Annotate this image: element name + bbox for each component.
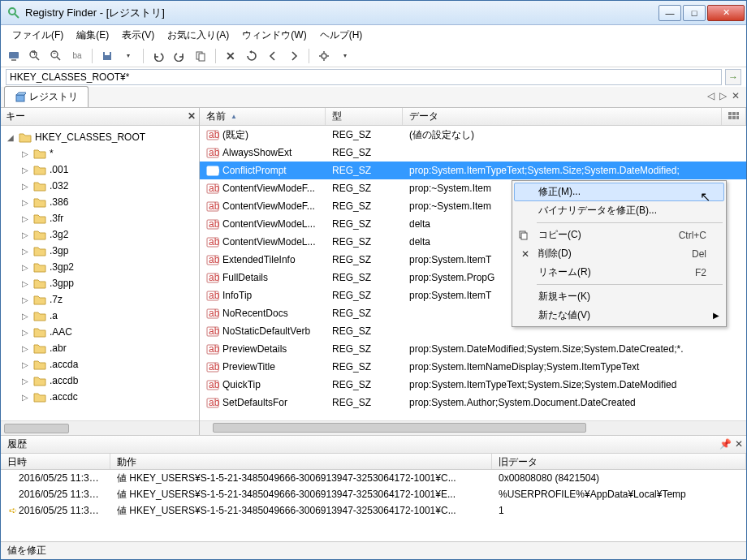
col-viewmode[interactable] bbox=[722, 108, 746, 125]
tree-item[interactable]: ▷.3gp2 bbox=[2, 259, 197, 275]
tool-undo-icon[interactable] bbox=[150, 48, 166, 64]
col-data[interactable]: データ bbox=[403, 108, 722, 125]
tab-next-icon[interactable]: ▷ bbox=[718, 90, 728, 101]
tree-item[interactable]: ▷.3gpp bbox=[2, 275, 197, 291]
tree-item[interactable]: ▷.001 bbox=[2, 162, 197, 178]
ctx-delete[interactable]: ✕削除(D)Del bbox=[514, 244, 724, 263]
tree-expand-icon[interactable]: ▷ bbox=[20, 182, 30, 191]
tool-nav-left-icon[interactable] bbox=[265, 48, 281, 64]
col-type[interactable]: 型 bbox=[326, 108, 403, 125]
hist-col-action[interactable]: 動作 bbox=[110, 454, 492, 469]
tree-expand-icon[interactable]: ▷ bbox=[20, 230, 30, 239]
tool-nav-right-icon[interactable] bbox=[286, 48, 302, 64]
menu-edit[interactable]: 編集(E) bbox=[70, 26, 115, 45]
tree-item[interactable]: ▷.accda bbox=[2, 356, 197, 373]
tree-expand-icon[interactable]: ▷ bbox=[20, 263, 30, 272]
ctx-rename[interactable]: リネーム(R)F2 bbox=[514, 263, 724, 282]
tool-refresh-icon[interactable] bbox=[244, 48, 260, 64]
menu-file[interactable]: ファイル(F) bbox=[6, 26, 70, 45]
tree[interactable]: ◢ HKEY_CLASSES_ROOT ▷*▷.001▷.032▷.386▷.3… bbox=[1, 126, 199, 420]
scroll-thumb[interactable] bbox=[213, 423, 586, 433]
tree-item[interactable]: ▷.AAC bbox=[2, 324, 197, 340]
tool-zoom-out-icon[interactable]: - bbox=[48, 48, 64, 64]
titlebar[interactable]: Registry Finder - [レジストリ] — □ ✕ bbox=[1, 1, 746, 25]
tool-computer-icon[interactable] bbox=[6, 48, 22, 64]
tool-save-icon[interactable] bbox=[99, 48, 115, 64]
history-body[interactable]: 2016/05/25 11:35:51値 HKEY_USERS¥S-1-5-21… bbox=[1, 470, 746, 541]
menu-help[interactable]: ヘルプ(H) bbox=[313, 26, 369, 45]
tree-expand-icon[interactable]: ▷ bbox=[20, 198, 30, 207]
tree-expand-icon[interactable]: ▷ bbox=[20, 360, 30, 369]
table-row[interactable]: abPreviewDetailsREG_SZprop:System.DateMo… bbox=[200, 340, 746, 358]
tree-item[interactable]: ▷.accdb bbox=[2, 373, 197, 389]
tab-prev-icon[interactable]: ◁ bbox=[706, 90, 716, 101]
history-close-icon[interactable]: ✕ bbox=[735, 438, 743, 450]
tree-expand-icon[interactable]: ▷ bbox=[20, 393, 30, 402]
tree-item[interactable]: ▷.accdc bbox=[2, 389, 197, 405]
tree-item[interactable]: ▷.7z bbox=[2, 291, 197, 308]
history-row[interactable]: 2016/05/25 11:35:51値 HKEY_USERS¥S-1-5-21… bbox=[1, 470, 746, 486]
ctx-new-value[interactable]: 新たな値(V)▶ bbox=[514, 306, 724, 325]
table-row[interactable]: abAlwaysShowExtREG_SZ bbox=[200, 144, 746, 162]
tree-expand-icon[interactable]: ▷ bbox=[20, 247, 30, 256]
tree-item[interactable]: ▷.386 bbox=[2, 194, 197, 210]
tree-item[interactable]: ▷.032 bbox=[2, 178, 197, 194]
col-name[interactable]: 名前▲ bbox=[200, 108, 326, 125]
tree-expand-icon[interactable]: ▷ bbox=[20, 344, 30, 353]
address-go-button[interactable]: → bbox=[725, 69, 741, 85]
tree-expand-icon[interactable]: ▷ bbox=[20, 312, 30, 321]
tool-settings-icon[interactable] bbox=[316, 48, 332, 64]
tree-expand-icon[interactable]: ▷ bbox=[20, 279, 30, 288]
ctx-modify-binary[interactable]: バイナリデータを修正(B)... bbox=[514, 201, 724, 220]
tool-delete-icon[interactable]: ✕ bbox=[222, 48, 239, 64]
tree-expand-icon[interactable]: ▷ bbox=[20, 295, 30, 304]
tree-expand-icon[interactable]: ▷ bbox=[20, 214, 30, 223]
tool-copy-icon[interactable] bbox=[192, 48, 209, 64]
tree-item[interactable]: ▷.3g2 bbox=[2, 226, 197, 243]
table-row[interactable]: abQuickTipREG_SZprop:System.ItemTypeText… bbox=[200, 376, 746, 394]
folder-icon bbox=[33, 375, 46, 386]
table-row[interactable]: abConflictPromptREG_SZprop:System.ItemTy… bbox=[200, 162, 746, 179]
tree-item[interactable]: ▷* bbox=[2, 145, 197, 162]
menu-view[interactable]: 表示(V) bbox=[115, 26, 161, 45]
close-button[interactable]: ✕ bbox=[707, 5, 745, 21]
hist-col-datetime[interactable]: 日時 bbox=[1, 454, 110, 469]
tree-hscrollbar[interactable] bbox=[1, 420, 199, 435]
tree-root[interactable]: ◢ HKEY_CLASSES_ROOT bbox=[2, 129, 197, 145]
history-row[interactable]: 2016/05/25 11:35:58値 HKEY_USERS¥S-1-5-21… bbox=[1, 486, 746, 502]
tab-registry[interactable]: レジストリ bbox=[4, 86, 89, 107]
ctx-new-key[interactable]: 新規キー(K) bbox=[514, 287, 724, 306]
tool-text-icon[interactable]: ba bbox=[69, 48, 85, 64]
table-row[interactable]: ab(既定)REG_SZ(値の設定なし) bbox=[200, 126, 746, 144]
history-row[interactable]: ➪2016/05/25 11:36:38値 HKEY_USERS¥S-1-5-2… bbox=[1, 502, 746, 519]
tree-item[interactable]: ▷.a bbox=[2, 308, 197, 324]
tool-redo-icon[interactable] bbox=[171, 48, 188, 64]
tree-expand-icon[interactable]: ▷ bbox=[20, 149, 30, 158]
address-input[interactable] bbox=[6, 69, 722, 85]
minimize-button[interactable]: — bbox=[658, 5, 681, 21]
pin-icon[interactable]: 📌 bbox=[719, 438, 732, 450]
menu-window[interactable]: ウィンドウ(W) bbox=[235, 26, 313, 45]
table-row[interactable]: abPreviewTitleREG_SZprop:System.ItemName… bbox=[200, 358, 746, 376]
tree-expand-icon[interactable]: ▷ bbox=[20, 166, 30, 174]
tab-close-icon[interactable]: ✕ bbox=[730, 90, 741, 101]
maximize-button[interactable]: □ bbox=[683, 5, 706, 21]
tree-close-icon[interactable]: ✕ bbox=[188, 110, 196, 122]
tool-dropdown-icon[interactable]: ▾ bbox=[120, 48, 136, 64]
ctx-modify[interactable]: 修正(M)... bbox=[514, 183, 724, 201]
tool-dropdown2-icon[interactable]: ▾ bbox=[337, 48, 353, 64]
tree-collapse-icon[interactable]: ◢ bbox=[6, 133, 15, 142]
tree-expand-icon[interactable]: ▷ bbox=[20, 328, 30, 337]
list-hscrollbar[interactable] bbox=[200, 420, 746, 435]
table-row[interactable]: abSetDefaultsForREG_SZprop:System.Author… bbox=[200, 394, 746, 411]
menu-favorites[interactable]: お気に入り(A) bbox=[161, 26, 235, 45]
ctx-copy[interactable]: コピー(C)Ctrl+C bbox=[514, 226, 724, 244]
tree-item[interactable]: ▷.3gp bbox=[2, 243, 197, 259]
tree-item[interactable]: ▷.abr bbox=[2, 340, 197, 356]
tree-expand-icon[interactable]: ▷ bbox=[20, 377, 30, 386]
value-type: REG_SZ bbox=[326, 200, 403, 212]
scroll-thumb[interactable] bbox=[4, 424, 69, 433]
hist-col-olddata[interactable]: 旧データ bbox=[492, 454, 746, 469]
tool-zoom-in-icon[interactable]: + bbox=[27, 48, 43, 64]
tree-item[interactable]: ▷.3fr bbox=[2, 210, 197, 226]
